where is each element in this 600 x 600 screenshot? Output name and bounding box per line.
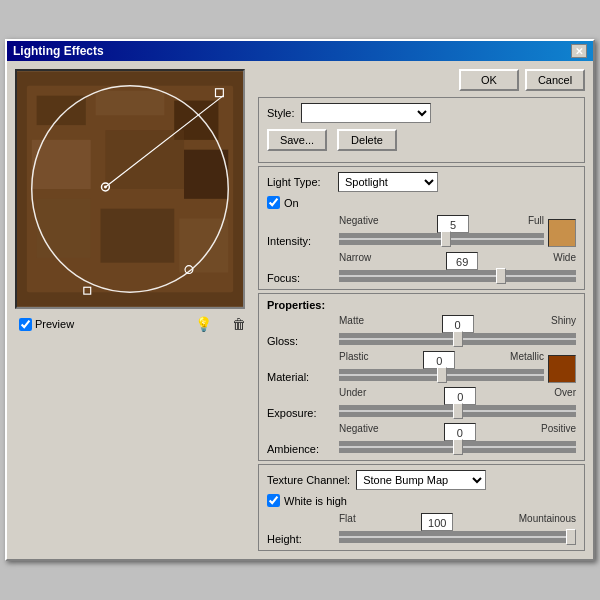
preview-checkbox[interactable] bbox=[19, 318, 32, 331]
focus-slider[interactable] bbox=[339, 270, 576, 282]
light-type-label: Light Type: bbox=[267, 176, 332, 188]
height-slider-group: Flat 100 Mountainous bbox=[339, 513, 576, 545]
style-label: Style: bbox=[267, 107, 295, 119]
properties-label: Properties: bbox=[267, 299, 576, 311]
preview-overlay bbox=[17, 71, 243, 307]
focus-group: Focus: Narrow 69 Wide bbox=[267, 252, 576, 284]
white-is-high-row: White is high bbox=[267, 494, 576, 507]
exposure-label: Exposure: bbox=[267, 393, 335, 419]
delete-light-icon[interactable]: 🗑 bbox=[232, 316, 246, 332]
save-delete-row: Save... Delete bbox=[267, 129, 576, 151]
ambience-label: Ambience: bbox=[267, 429, 335, 455]
preview-controls: Preview 💡 🗑 bbox=[15, 314, 250, 334]
material-label: Material: bbox=[267, 357, 335, 383]
texture-channel-row: Texture Channel: None Red Green Blue Sto… bbox=[267, 470, 576, 490]
light-type-dropdown[interactable]: Directional Omni Spotlight bbox=[338, 172, 438, 192]
right-panel: OK Cancel Style: Default Flashlight Soft… bbox=[258, 69, 585, 551]
svg-rect-6 bbox=[105, 130, 184, 189]
gloss-label: Gloss: bbox=[267, 321, 335, 347]
focus-label: Focus: bbox=[267, 258, 335, 284]
title-bar: Lighting Effects ✕ bbox=[7, 41, 593, 61]
ok-button[interactable]: OK bbox=[459, 69, 519, 91]
preview-icons: 💡 🗑 bbox=[195, 316, 246, 332]
svg-rect-9 bbox=[101, 209, 175, 263]
exposure-slider[interactable] bbox=[339, 405, 576, 417]
dialog-body: Preview 💡 🗑 OK Cancel Style: bbox=[7, 61, 593, 559]
style-dropdown[interactable]: Default Flashlight Soft Spotlight bbox=[301, 103, 431, 123]
cancel-button[interactable]: Cancel bbox=[525, 69, 585, 91]
svg-rect-7 bbox=[184, 150, 228, 199]
action-buttons: OK Cancel bbox=[258, 69, 585, 91]
preview-area[interactable] bbox=[15, 69, 245, 309]
preview-checkbox-label[interactable]: Preview bbox=[19, 318, 74, 331]
material-color-swatch[interactable] bbox=[548, 355, 576, 383]
lighting-effects-dialog: Lighting Effects ✕ bbox=[5, 39, 595, 561]
add-light-icon[interactable]: 💡 bbox=[195, 316, 212, 332]
ambience-slider-group: Negative 0 Positive bbox=[339, 423, 576, 455]
texture-section: Texture Channel: None Red Green Blue Sto… bbox=[258, 464, 585, 551]
ambience-group: Ambience: Negative 0 Positive bbox=[267, 423, 576, 455]
height-slider[interactable] bbox=[339, 531, 576, 543]
light-type-row: Light Type: Directional Omni Spotlight bbox=[267, 172, 576, 192]
on-label: On bbox=[284, 197, 299, 209]
svg-rect-3 bbox=[96, 91, 165, 116]
preview-label: Preview bbox=[35, 318, 74, 330]
ambience-slider[interactable] bbox=[339, 441, 576, 453]
gloss-slider-group: Matte 0 Shiny bbox=[339, 315, 576, 347]
intensity-slider[interactable] bbox=[339, 233, 544, 245]
exposure-group: Exposure: Under 0 Over bbox=[267, 387, 576, 419]
on-row: On bbox=[267, 196, 576, 209]
intensity-slider-group: Negative 5 Full bbox=[339, 215, 544, 247]
title-bar-buttons: ✕ bbox=[571, 44, 587, 58]
white-is-high-label: White is high bbox=[284, 495, 347, 507]
texture-channel-label: Texture Channel: bbox=[267, 474, 350, 486]
on-checkbox[interactable] bbox=[267, 196, 280, 209]
light-color-swatch[interactable] bbox=[548, 219, 576, 247]
exposure-slider-group: Under 0 Over bbox=[339, 387, 576, 419]
height-group: Height: Flat 100 Mountainous bbox=[267, 513, 576, 545]
height-label: Height: bbox=[267, 519, 335, 545]
dialog-title: Lighting Effects bbox=[13, 44, 104, 58]
intensity-group: Intensity: Negative 5 Full bbox=[267, 215, 576, 247]
style-row: Style: Default Flashlight Soft Spotlight bbox=[267, 103, 576, 123]
focus-slider-group: Narrow 69 Wide bbox=[339, 252, 576, 284]
intensity-label: Intensity: bbox=[267, 221, 335, 247]
left-panel: Preview 💡 🗑 bbox=[15, 69, 250, 551]
gloss-slider[interactable] bbox=[339, 333, 576, 345]
material-group: Material: Plastic 0 Metallic bbox=[267, 351, 576, 383]
close-button[interactable]: ✕ bbox=[571, 44, 587, 58]
svg-rect-8 bbox=[37, 199, 91, 258]
material-slider-group: Plastic 0 Metallic bbox=[339, 351, 544, 383]
texture-channel-dropdown[interactable]: None Red Green Blue Stone Bump Map bbox=[356, 470, 486, 490]
save-button[interactable]: Save... bbox=[267, 129, 327, 151]
svg-rect-2 bbox=[37, 96, 86, 125]
material-slider[interactable] bbox=[339, 369, 544, 381]
gloss-group: Gloss: Matte 0 Shiny bbox=[267, 315, 576, 347]
white-is-high-checkbox[interactable] bbox=[267, 494, 280, 507]
delete-button[interactable]: Delete bbox=[337, 129, 397, 151]
